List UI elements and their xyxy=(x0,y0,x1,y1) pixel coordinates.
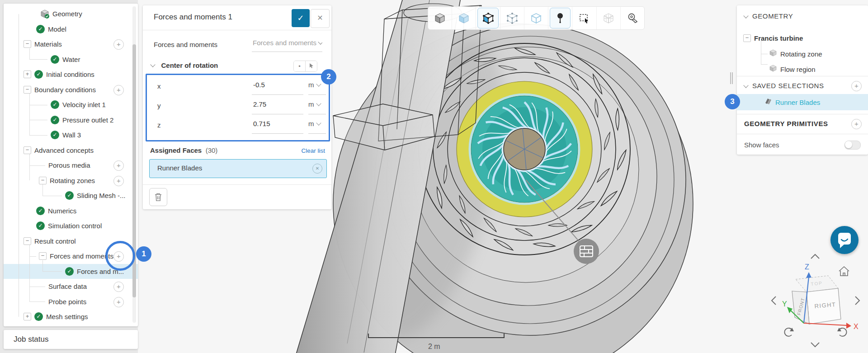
saved-selections-header[interactable]: SAVED SELECTIONS xyxy=(737,79,868,92)
tree-scrollbar[interactable] xyxy=(132,6,136,323)
select-body-cube-icon xyxy=(530,12,542,24)
tree-row-initial-conditions[interactable]: Initial conditions xyxy=(4,67,138,82)
add-material-button[interactable] xyxy=(113,39,124,50)
collapse-icon[interactable] xyxy=(24,86,31,94)
tree-row-boundary-conditions[interactable]: Boundary conditions xyxy=(4,82,138,98)
check-icon xyxy=(65,191,74,200)
x-unit-dropdown[interactable]: m xyxy=(308,81,326,95)
tree-item-label: Result control xyxy=(34,237,76,245)
add-surface-data-button[interactable] xyxy=(113,282,124,292)
tree-row-mesh-settings[interactable]: Mesh settings xyxy=(4,309,138,325)
tree-row-wall[interactable]: Wall 3 xyxy=(4,127,138,143)
tree-row-pressure-outlet[interactable]: Pressure outlet 2 xyxy=(4,113,138,128)
show-faces-toggle[interactable] xyxy=(844,141,861,150)
add-probe-point-button[interactable] xyxy=(113,297,124,307)
select-transparent-button[interactable] xyxy=(452,7,476,29)
z-value-input[interactable]: 0.715 xyxy=(252,120,303,134)
tree-item-label: Initial conditions xyxy=(46,71,94,78)
center-of-rotation-section[interactable]: Center of rotation • xyxy=(150,61,324,73)
tree-row-materials[interactable]: Materials xyxy=(4,37,138,52)
francis-turbine-row[interactable]: Francis turbine xyxy=(737,30,868,46)
z-unit-dropdown[interactable]: m xyxy=(308,120,326,134)
type-select-dropdown[interactable]: Forces and moments xyxy=(252,39,322,52)
rotate-cw-icon[interactable] xyxy=(837,328,847,336)
tree-row-velocity-inlet[interactable]: Velocity inlet 1 xyxy=(4,97,138,113)
runner-blades-chip[interactable]: Runner Blades xyxy=(149,159,327,178)
view-cube[interactable]: TOP RIGHT FRONT xyxy=(792,276,841,324)
y-value-input[interactable]: 2.75 xyxy=(252,100,303,114)
collapse-icon[interactable] xyxy=(743,34,751,42)
tree-row-water[interactable]: Water xyxy=(4,52,138,67)
tree-row-advanced-concepts[interactable]: Advanced concepts xyxy=(4,143,138,158)
probe-point-button[interactable] xyxy=(548,7,572,29)
chevron-down-icon xyxy=(316,120,321,125)
show-faces-label: Show faces xyxy=(744,141,779,149)
collapse-icon[interactable] xyxy=(24,237,31,245)
annotation-badge-2: 2 xyxy=(321,69,336,85)
tree-connector-line xyxy=(29,59,47,60)
check-icon xyxy=(51,55,59,64)
y-unit-dropdown[interactable]: m xyxy=(308,100,326,114)
tree-row-probe-points[interactable]: Probe points xyxy=(4,294,138,310)
select-hidden-geometry-button[interactable] xyxy=(596,7,620,29)
add-geometry-primitive-button[interactable] xyxy=(851,119,862,129)
point-tool-button[interactable]: • xyxy=(294,61,305,71)
rotate-ccw-icon[interactable] xyxy=(784,328,794,336)
box-select-button[interactable] xyxy=(572,7,596,29)
select-bodies-button[interactable] xyxy=(524,7,548,29)
tree-row-rotating-zones[interactable]: Rotating zones xyxy=(4,173,138,188)
support-chat-button[interactable] xyxy=(830,226,859,254)
measure-button[interactable] xyxy=(620,7,644,29)
add-rotating-zone-button[interactable] xyxy=(113,176,124,186)
faces-selection-icon xyxy=(764,98,772,107)
rotate-right-chevron[interactable] xyxy=(855,297,859,305)
collapse-icon[interactable] xyxy=(24,40,31,48)
unit-label: m xyxy=(308,120,314,127)
panel-resize-handle[interactable] xyxy=(730,72,734,84)
geometry-section-header[interactable]: GEOMETRY xyxy=(737,9,868,23)
tree-row-surface-data[interactable]: Surface data xyxy=(4,279,138,294)
z-axis-label: Z xyxy=(805,263,809,271)
flow-region-row[interactable]: Flow region xyxy=(737,61,868,77)
close-button[interactable] xyxy=(311,9,330,28)
select-vertices-button[interactable] xyxy=(500,7,524,29)
check-icon xyxy=(51,100,59,109)
saved-selection-runner-blades[interactable]: Runner Blades xyxy=(737,94,868,110)
job-status-bar[interactable]: Job status xyxy=(4,330,138,349)
rotate-left-chevron[interactable] xyxy=(772,297,776,305)
pick-point-button[interactable] xyxy=(305,61,317,71)
collapse-icon[interactable] xyxy=(39,177,47,184)
select-faces-button[interactable] xyxy=(476,7,500,29)
add-porous-media-button[interactable] xyxy=(113,160,124,171)
geometry-primitives-header[interactable]: GEOMETRY PRIMITIVES xyxy=(737,117,868,130)
tree-row-simulation-control[interactable]: Simulation control xyxy=(4,218,138,234)
add-boundary-condition-button[interactable] xyxy=(113,85,124,95)
tree-row-model[interactable]: Model xyxy=(4,22,138,37)
wall-indicator-icon[interactable] xyxy=(574,239,599,264)
tree-row-porous-media[interactable]: Porous media xyxy=(4,158,138,173)
x-value-input[interactable]: -0.5 xyxy=(252,81,303,95)
job-status-label: Job status xyxy=(14,335,49,344)
panel-header: Forces and moments 1 xyxy=(143,5,331,30)
collapse-icon[interactable] xyxy=(24,146,31,154)
add-saved-selection-button[interactable] xyxy=(851,81,862,91)
apply-button[interactable] xyxy=(292,9,310,27)
measure-tape-icon xyxy=(627,12,638,24)
chip-remove-button[interactable] xyxy=(312,164,322,174)
tree-row-geometry[interactable]: Geometry xyxy=(4,6,138,22)
tree-row-sliding-mesh[interactable]: Sliding Mesh -... xyxy=(4,188,138,203)
tree-row-numerics[interactable]: Numerics xyxy=(4,203,138,219)
rotating-zone-row[interactable]: Rotating zone xyxy=(737,46,868,61)
collapse-icon[interactable] xyxy=(39,252,47,260)
delete-button[interactable] xyxy=(149,188,167,206)
rotate-up-chevron[interactable] xyxy=(811,254,819,259)
hidden-geometry-cube-icon xyxy=(603,12,614,24)
divider xyxy=(143,184,331,185)
home-view-icon[interactable] xyxy=(839,267,849,276)
expand-icon[interactable] xyxy=(24,313,31,320)
select-volume-button[interactable] xyxy=(428,7,452,29)
rotate-down-chevron[interactable] xyxy=(811,343,819,347)
expand-icon[interactable] xyxy=(24,71,31,78)
x-axis-label: X xyxy=(854,323,859,330)
clear-list-link[interactable]: Clear list xyxy=(301,147,325,154)
